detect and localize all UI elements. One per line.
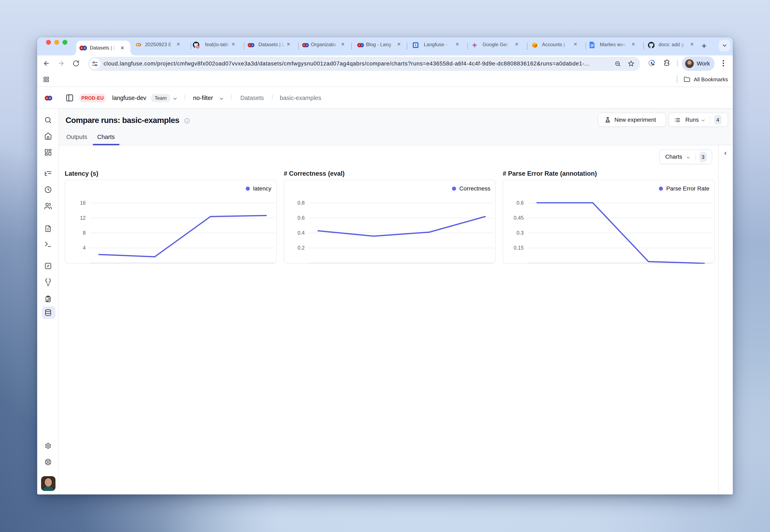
- svg-text:{: {: [47, 228, 48, 230]
- svg-text:6: 6: [415, 44, 417, 47]
- svg-text:}: }: [48, 228, 49, 230]
